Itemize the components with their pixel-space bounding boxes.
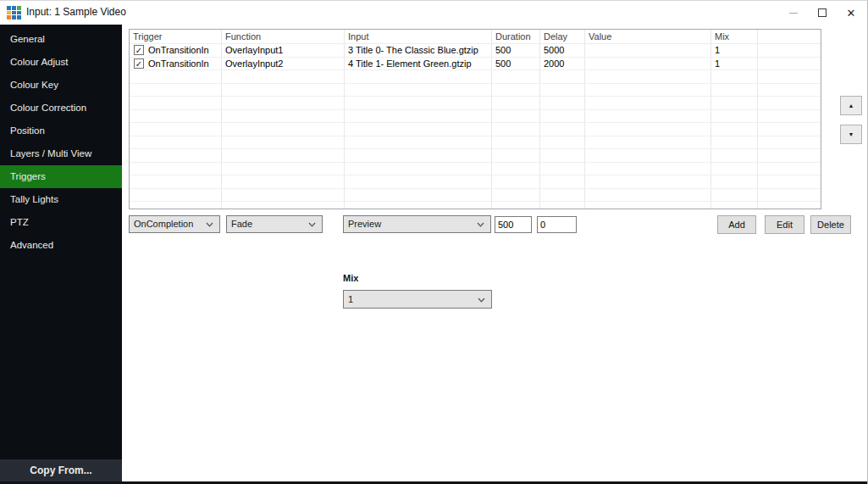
empty-cell (222, 84, 345, 97)
empty-cell (758, 149, 821, 162)
empty-table-row (130, 110, 821, 124)
move-down-button[interactable]: ▼ (840, 125, 862, 144)
sidebar-item-colour-adjust[interactable]: Colour Adjust (0, 51, 122, 74)
empty-cell (758, 70, 821, 83)
duration-input[interactable] (495, 216, 532, 233)
cell-delay: 2000 (540, 58, 585, 70)
function-dropdown[interactable]: Fade (226, 215, 323, 233)
maximize-icon (818, 8, 827, 17)
empty-cell (345, 163, 492, 175)
column-header-duration[interactable]: Duration (492, 30, 540, 43)
sidebar-item-triggers[interactable]: Triggers (0, 165, 122, 188)
empty-cell (758, 189, 821, 202)
edit-button[interactable]: Edit (765, 215, 804, 234)
empty-cell (222, 149, 345, 162)
empty-cell (758, 97, 821, 109)
sidebar-item-position[interactable]: Position (0, 120, 122, 142)
trigger-enabled-checkbox[interactable]: ✓ (134, 45, 144, 55)
column-header-mix[interactable]: Mix (711, 30, 758, 43)
titlebar: Input: 1 Sample Video ✕ (0, 1, 867, 25)
cell-trigger: OnTransitionIn (148, 58, 209, 69)
sidebar-item-ptz[interactable]: PTZ (0, 211, 122, 234)
empty-cell (758, 123, 821, 136)
sidebar: General Colour Adjust Colour Key Colour … (0, 25, 122, 484)
empty-cell (492, 97, 540, 109)
close-icon: ✕ (847, 8, 856, 19)
empty-cell (130, 123, 222, 136)
empty-cell (540, 97, 585, 109)
empty-cell (585, 70, 711, 83)
empty-cell (222, 123, 345, 136)
empty-cell (711, 70, 758, 83)
empty-cell (345, 136, 492, 149)
empty-table-row (130, 175, 821, 189)
cell-mix: 1 (711, 44, 758, 57)
sidebar-item-advanced[interactable]: Advanced (0, 234, 122, 257)
app-icon-square (17, 15, 21, 19)
delay-input[interactable] (537, 216, 577, 233)
maximize-button[interactable] (808, 1, 837, 25)
empty-cell (130, 97, 222, 109)
empty-table-row (130, 189, 821, 203)
chevron-down-icon (478, 298, 485, 303)
empty-cell (711, 163, 758, 175)
minimize-button[interactable] (779, 1, 808, 25)
trigger-enabled-checkbox[interactable]: ✓ (134, 58, 144, 69)
trigger-type-dropdown[interactable]: OnCompletion (129, 215, 220, 233)
sidebar-item-general[interactable]: General (0, 28, 122, 51)
copy-from-button[interactable]: Copy From... (0, 459, 122, 482)
add-button[interactable]: Add (717, 215, 756, 234)
app-icon-square (12, 11, 16, 15)
app-icon-square (17, 11, 21, 15)
empty-cell (345, 202, 492, 209)
empty-cell (711, 202, 758, 209)
sidebar-item-colour-key[interactable]: Colour Key (0, 74, 122, 97)
empty-cell (585, 202, 711, 209)
close-button[interactable]: ✕ (837, 1, 865, 25)
cell-input: 4 Title 1- Element Green.gtzip (345, 58, 492, 70)
cell-duration: 500 (492, 58, 540, 70)
empty-cell (222, 136, 345, 149)
empty-cell (711, 136, 758, 149)
empty-cell (222, 70, 345, 83)
column-header-function[interactable]: Function (222, 30, 345, 43)
empty-cell (758, 202, 821, 209)
empty-cell (585, 123, 711, 136)
column-header-blank (758, 30, 821, 43)
trigger-type-value: OnCompletion (134, 219, 193, 229)
empty-cell (758, 163, 821, 175)
empty-cell (492, 70, 540, 83)
sidebar-item-colour-correction[interactable]: Colour Correction (0, 97, 122, 120)
cell-blank (758, 58, 821, 70)
sidebar-item-layers-multi-view[interactable]: Layers / Multi View (0, 142, 122, 165)
input-value: Preview (348, 219, 381, 229)
column-header-delay[interactable]: Delay (540, 30, 585, 43)
empty-cell (492, 149, 540, 162)
chevron-down-icon (308, 222, 316, 227)
move-up-button[interactable]: ▲ (840, 96, 862, 115)
column-header-input[interactable]: Input (345, 30, 492, 43)
cell-value (585, 44, 711, 57)
empty-cell (540, 84, 585, 97)
empty-cell (345, 70, 492, 83)
input-dropdown[interactable]: Preview (343, 215, 491, 233)
column-header-value[interactable]: Value (585, 30, 711, 43)
empty-table-row (130, 97, 821, 110)
empty-cell (711, 189, 758, 202)
empty-cell (345, 84, 492, 97)
empty-cell (758, 175, 821, 188)
delete-button[interactable]: Delete (810, 215, 851, 234)
sidebar-item-tally-lights[interactable]: Tally Lights (0, 188, 122, 211)
table-row[interactable]: ✓OnTransitionInOverlayInput24 Title 1- E… (130, 58, 821, 71)
column-header-trigger[interactable]: Trigger (130, 30, 222, 43)
empty-cell (540, 175, 585, 188)
mix-dropdown[interactable]: 1 (343, 290, 492, 309)
empty-cell (492, 110, 540, 123)
empty-cell (585, 136, 711, 149)
empty-cell (540, 189, 585, 202)
window-title: Input: 1 Sample Video (26, 6, 126, 18)
empty-cell (345, 189, 492, 202)
table-row[interactable]: ✓OnTransitionInOverlayInput13 Title 0- T… (130, 44, 821, 58)
cell-trigger: OnTransitionIn (148, 45, 209, 55)
app-icon-square (12, 6, 16, 10)
